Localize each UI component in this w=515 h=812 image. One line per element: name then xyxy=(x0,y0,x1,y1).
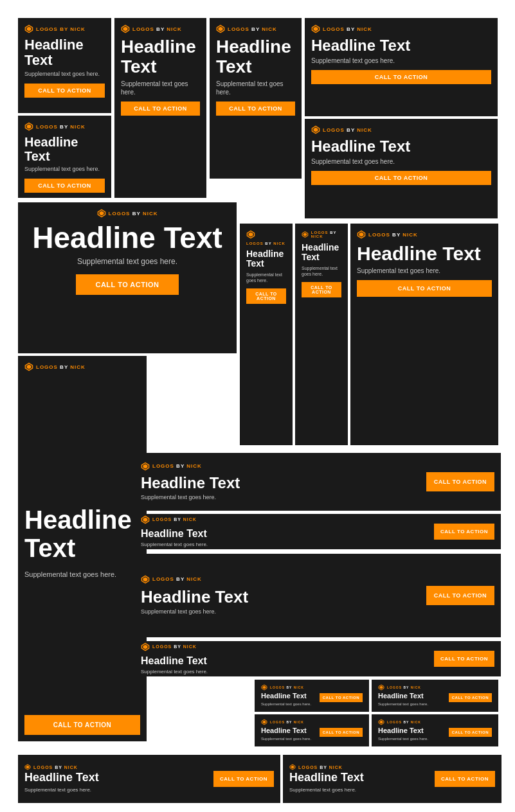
logo-icon xyxy=(261,719,267,725)
logo-text: LOGOS BY NICK xyxy=(132,26,182,32)
headline: Headline Text xyxy=(141,528,428,540)
logo-text: LOGOS BY NICK xyxy=(323,26,372,32)
supplemental: Supplemental text goes here. xyxy=(261,702,313,707)
cta-button[interactable]: CALL TO ACTION xyxy=(320,728,363,737)
supplemental: Supplemental text goes here. xyxy=(141,494,420,502)
logo-icon xyxy=(141,462,150,471)
logo-bar: LOGOS BY NICK xyxy=(311,125,491,134)
ad-unit-11: LOGOS BY NICK Headline Text Supplemental… xyxy=(18,356,147,741)
logo-text: LOGOS BY NICK xyxy=(311,231,341,238)
logo-text: LOGOS BY NICK xyxy=(36,124,86,130)
logo-bar: LOGOS BY NICK xyxy=(246,230,286,245)
logo-icon xyxy=(246,230,255,239)
cta-button[interactable]: CALL TO ACTION xyxy=(435,771,495,787)
logo-bar: LOGOS BY NICK xyxy=(24,764,207,770)
logo-bar: LOGOS BY NICK xyxy=(141,462,420,471)
supplemental: Supplemental text goes here. xyxy=(311,157,491,166)
cta-section: CALL TO ACTION xyxy=(426,586,494,605)
cta-button[interactable]: CALL TO ACTION xyxy=(434,524,494,540)
logo-icon xyxy=(141,515,150,524)
headline: Headline Text xyxy=(246,249,286,269)
cta-button[interactable]: CALL TO ACTION xyxy=(449,728,492,737)
headline: Headline Text xyxy=(289,772,428,784)
ad-unit-small-4: LOGOS BY NICK Headline Text Supplemental… xyxy=(372,714,498,746)
cta-button[interactable]: CALL TO ACTION xyxy=(302,282,341,297)
banner-left: LOGOS BY NICK Headline Text Supplemental… xyxy=(261,719,313,742)
banner-left: LOGOS BY NICK Headline Text Supplemental… xyxy=(141,462,420,502)
cta-section: CALL TO ACTION xyxy=(426,472,494,491)
cta-button[interactable]: CALL TO ACTION xyxy=(426,586,494,605)
headline: Headline Text xyxy=(141,475,420,491)
headline: Headline Text xyxy=(302,243,341,263)
logo-icon xyxy=(311,24,320,33)
ad-unit-6: LOGOS BY NICK Headline Text Supplemental… xyxy=(305,119,498,218)
logo-icon xyxy=(357,230,366,239)
cta-section: CALL TO ACTION xyxy=(434,524,494,540)
logo-icon xyxy=(302,230,309,239)
supplemental: Supplemental text goes here. xyxy=(141,542,428,548)
supplemental: Supplemental text goes here. xyxy=(378,702,442,707)
logo-icon xyxy=(311,125,320,134)
logo-icon xyxy=(24,122,33,131)
ad-unit-bottom-1: LOGOS BY NICK Headline Text Supplemental… xyxy=(18,755,280,803)
cta-button[interactable]: CALL TO ACTION xyxy=(426,472,494,491)
ad-unit-small-1: LOGOS BY NICK Headline Text Supplemental… xyxy=(255,680,369,712)
cta-button[interactable]: CALL TO ACTION xyxy=(311,171,491,185)
logo-icon xyxy=(378,719,384,725)
headline: Headline Text xyxy=(141,655,428,667)
cta-button[interactable]: CALL TO ACTION xyxy=(24,84,105,98)
cta-button[interactable]: CALL TO ACTION xyxy=(24,715,140,735)
cta-button[interactable]: CALL TO ACTION xyxy=(246,288,286,304)
ad-unit-small-3: LOGOS BY NICK Headline Text Supplemental… xyxy=(372,680,498,712)
cta-button[interactable]: CALL TO ACTION xyxy=(216,102,295,116)
headline: Headline Text xyxy=(121,37,200,77)
headline: Headline Text xyxy=(24,506,140,562)
logo-icon xyxy=(289,764,296,770)
cta-button[interactable]: CALL TO ACTION xyxy=(213,771,274,787)
ad-unit-banner-4: LOGOS BY NICK Headline Text Supplemental… xyxy=(134,641,501,676)
logo-text: LOGOS BY NICK xyxy=(270,720,304,724)
logo-bar: LOGOS BY NICK xyxy=(141,642,428,651)
banner-left: LOGOS BY NICK Headline Text Supplemental… xyxy=(141,575,420,616)
ad-unit-banner-2: LOGOS BY NICK Headline Text Supplemental… xyxy=(134,514,501,549)
cta-button[interactable]: CALL TO ACTION xyxy=(449,693,492,702)
supplemental: Supplemental text goes here. xyxy=(289,787,428,793)
logo-text: LOGOS BY NICK xyxy=(323,127,372,133)
supplemental: Supplemental text goes here. xyxy=(311,57,491,65)
logo-bar: LOGOS BY NICK xyxy=(141,515,428,524)
cta-button[interactable]: CALL TO ACTION xyxy=(121,102,200,116)
logo-icon xyxy=(261,684,267,691)
headline: Headline Text xyxy=(311,138,491,155)
headline: Headline Text xyxy=(24,772,207,784)
logo-bar: LOGOS BY NICK xyxy=(24,362,140,371)
logo-bar: LOGOS BY NICK xyxy=(311,24,491,33)
supplemental: Supplemental text goes here. xyxy=(302,265,341,277)
cta-section: CALL TO ACTION xyxy=(320,725,363,737)
logo-icon xyxy=(24,24,33,33)
ad-unit-7: LOGOS BY NICK Headline Text Supplemental… xyxy=(18,202,237,353)
banner-left: LOGOS BY NICK Headline Text Supplemental… xyxy=(261,684,313,707)
logo-text: LOGOS BY NICK xyxy=(387,685,421,689)
headline: Headline Text xyxy=(24,222,230,254)
logo-bar: LOGOS BY NICK xyxy=(24,24,105,33)
headline: Headline Text xyxy=(311,37,491,54)
logo-text: LOGOS BY NICK xyxy=(152,517,197,522)
logo-icon xyxy=(97,209,106,218)
logo-text: LOGOS BY NICK xyxy=(36,26,86,32)
cta-button[interactable]: CALL TO ACTION xyxy=(320,693,363,702)
cta-button[interactable]: CALL TO ACTION xyxy=(24,179,105,193)
headline: Headline Text xyxy=(378,727,442,734)
cta-button[interactable]: CALL TO ACTION xyxy=(76,274,178,295)
cta-button[interactable]: CALL TO ACTION xyxy=(311,70,491,84)
ad-unit-2: LOGOS BY NICK Headline Text Supplemental… xyxy=(18,116,111,198)
ad-unit-banner-3: LOGOS BY NICK Headline Text Supplemental… xyxy=(134,554,501,637)
cta-section: CALL TO ACTION xyxy=(320,690,363,702)
logo-bar: LOGOS BY NICK xyxy=(302,230,341,239)
logo-text: LOGOS BY NICK xyxy=(246,242,285,245)
cta-button[interactable]: CALL TO ACTION xyxy=(357,280,492,297)
logo-icon xyxy=(121,24,130,33)
supplemental: Supplemental text goes here. xyxy=(24,257,230,267)
banner-left: LOGOS BY NICK Headline Text Supplemental… xyxy=(141,515,428,549)
logo-bar: LOGOS BY NICK xyxy=(141,575,420,584)
cta-button[interactable]: CALL TO ACTION xyxy=(434,651,494,667)
